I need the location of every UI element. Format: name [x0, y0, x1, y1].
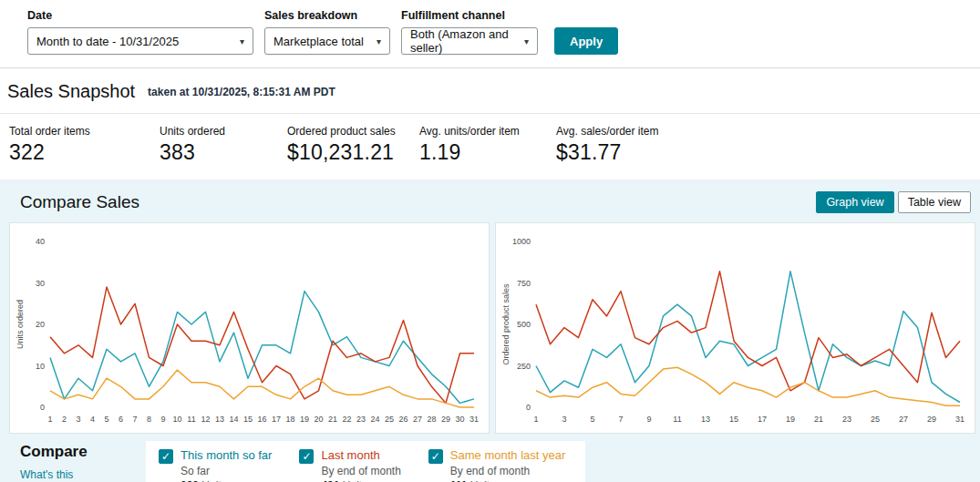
date-filter-label: Date — [27, 9, 253, 22]
snapshot-timestamp: taken at 10/31/2025, 8:15:31 AM PDT — [148, 86, 335, 98]
chevron-down-icon: ▾ — [240, 36, 244, 46]
table-view-button[interactable]: Table view — [898, 191, 971, 213]
svg-text:1000: 1000 — [512, 237, 531, 246]
compare-legend-row: Compare What's this ✓ This month so far … — [0, 434, 980, 482]
svg-text:24: 24 — [370, 415, 379, 424]
svg-text:30: 30 — [36, 279, 45, 288]
svg-text:27: 27 — [899, 415, 908, 424]
sales-breakdown-label: Sales breakdown — [264, 9, 390, 22]
legend-name: This month so far — [181, 448, 272, 462]
metric-total-order-items: Total order items 322 — [9, 125, 160, 165]
svg-text:25: 25 — [385, 415, 394, 424]
svg-text:31: 31 — [955, 415, 965, 424]
sales-breakdown-filter: Sales breakdown Marketplace total ▾ — [264, 9, 390, 55]
svg-text:Ordered product sales: Ordered product sales — [501, 283, 511, 365]
svg-text:5: 5 — [590, 415, 594, 424]
svg-text:10: 10 — [36, 362, 45, 371]
svg-text:22: 22 — [342, 415, 351, 424]
svg-text:40: 40 — [36, 237, 45, 246]
metric-label: Units ordered — [160, 125, 287, 138]
svg-text:3: 3 — [76, 415, 80, 424]
svg-text:26: 26 — [398, 415, 407, 424]
legend-subtitle: So far — [181, 465, 272, 477]
fulfillment-channel-value: Both (Amazon and seller) — [410, 27, 517, 55]
fulfillment-channel-filter: Fulfillment channel Both (Amazon and sel… — [401, 9, 538, 55]
metric-units-ordered: Units ordered 383 — [160, 125, 287, 165]
svg-text:30: 30 — [455, 415, 464, 424]
svg-text:13: 13 — [701, 415, 710, 424]
chevron-down-icon: ▾ — [524, 36, 529, 46]
svg-text:750: 750 — [517, 279, 531, 288]
charts-row: 0102030401234567891011121314151617181920… — [0, 220, 980, 434]
svg-text:27: 27 — [413, 415, 422, 424]
svg-text:12: 12 — [201, 415, 210, 424]
svg-text:7: 7 — [618, 415, 623, 424]
metrics-row: Total order items 322 Units ordered 383 … — [0, 114, 980, 180]
fulfillment-channel-select[interactable]: Both (Amazon and seller) ▾ — [401, 27, 538, 55]
svg-text:4: 4 — [90, 415, 95, 424]
metric-value: 322 — [9, 140, 160, 165]
svg-text:23: 23 — [356, 415, 366, 424]
sales-snapshot-section: Sales Snapshot taken at 10/31/2025, 8:15… — [0, 68, 980, 180]
svg-text:19: 19 — [300, 415, 309, 424]
legend-subtitle: By end of month — [321, 465, 400, 477]
metric-label: Ordered product sales — [287, 125, 419, 138]
svg-text:17: 17 — [758, 415, 767, 424]
svg-text:Units ordered: Units ordered — [15, 300, 25, 349]
svg-text:16: 16 — [257, 415, 266, 424]
last-month-checkbox[interactable]: ✓ — [299, 449, 314, 464]
svg-text:7: 7 — [132, 415, 137, 424]
graph-view-button[interactable]: Graph view — [816, 191, 893, 213]
metric-label: Avg. units/order item — [419, 125, 556, 138]
svg-text:28: 28 — [427, 415, 436, 424]
date-select[interactable]: Month to date - 10/31/2025 ▾ — [27, 27, 253, 55]
sales-dashboard: Date Month to date - 10/31/2025 ▾ Sales … — [0, 0, 980, 482]
metric-label: Avg. sales/order item — [556, 125, 659, 138]
svg-text:29: 29 — [927, 415, 936, 424]
svg-text:15: 15 — [729, 415, 738, 424]
apply-button[interactable]: Apply — [554, 27, 618, 55]
product-sales-chart-card: 0250500750100013579111315171921232527293… — [495, 222, 975, 434]
metric-label: Total order items — [9, 125, 160, 138]
legend-subtitle: By end of month — [450, 465, 565, 477]
svg-text:1: 1 — [533, 415, 538, 424]
svg-text:6: 6 — [119, 415, 123, 424]
compare-legend-title: Compare — [20, 443, 146, 461]
legend-name: Same month last year — [450, 448, 565, 462]
ordered-product-sales-line-chart: 0250500750100013579111315171921232527293… — [498, 231, 971, 429]
metric-value: $31.77 — [556, 140, 659, 165]
snapshot-header: Sales Snapshot taken at 10/31/2025, 8:15… — [0, 68, 980, 114]
metric-value: $10,231.21 — [287, 140, 419, 165]
svg-text:500: 500 — [517, 320, 531, 329]
svg-text:21: 21 — [814, 415, 823, 424]
sales-breakdown-value: Marketplace total — [273, 35, 364, 48]
filter-bar: Date Month to date - 10/31/2025 ▾ Sales … — [0, 0, 980, 68]
same-month-last-year-checkbox[interactable]: ✓ — [428, 449, 443, 464]
legend-item-last-month: ✓ Last month By end of month 431 Units $… — [299, 448, 400, 482]
units-ordered-line-chart: 0102030401234567891011121314151617181920… — [12, 231, 485, 429]
svg-text:11: 11 — [187, 415, 195, 424]
svg-text:17: 17 — [272, 415, 281, 424]
svg-text:18: 18 — [285, 415, 294, 424]
legend-item-this-month: ✓ This month so far So far 383 Units $10… — [159, 448, 272, 482]
metric-value: 383 — [160, 140, 287, 165]
svg-text:8: 8 — [147, 415, 151, 424]
svg-text:10: 10 — [172, 415, 181, 424]
chevron-down-icon: ▾ — [377, 36, 381, 46]
sales-breakdown-select[interactable]: Marketplace total ▾ — [264, 27, 390, 55]
metric-avg-sales-per-order: Avg. sales/order item $31.77 — [556, 125, 659, 165]
whats-this-link[interactable]: What's this — [20, 468, 146, 481]
svg-text:0: 0 — [40, 403, 45, 412]
compare-sales-header: Compare Sales Graph view Table view — [0, 180, 980, 220]
svg-text:20: 20 — [314, 415, 323, 424]
metric-value: 1.19 — [419, 140, 556, 165]
date-select-value: Month to date - 10/31/2025 — [36, 35, 179, 48]
compare-legend-card: ✓ This month so far So far 383 Units $10… — [146, 441, 585, 482]
compare-legend-left: Compare What's this — [20, 441, 146, 481]
svg-text:25: 25 — [871, 415, 880, 424]
svg-text:20: 20 — [36, 320, 45, 329]
svg-text:1: 1 — [47, 415, 52, 424]
svg-text:250: 250 — [517, 362, 531, 371]
this-month-checkbox[interactable]: ✓ — [159, 449, 173, 464]
units-ordered-chart-card: 0102030401234567891011121314151617181920… — [9, 222, 490, 434]
